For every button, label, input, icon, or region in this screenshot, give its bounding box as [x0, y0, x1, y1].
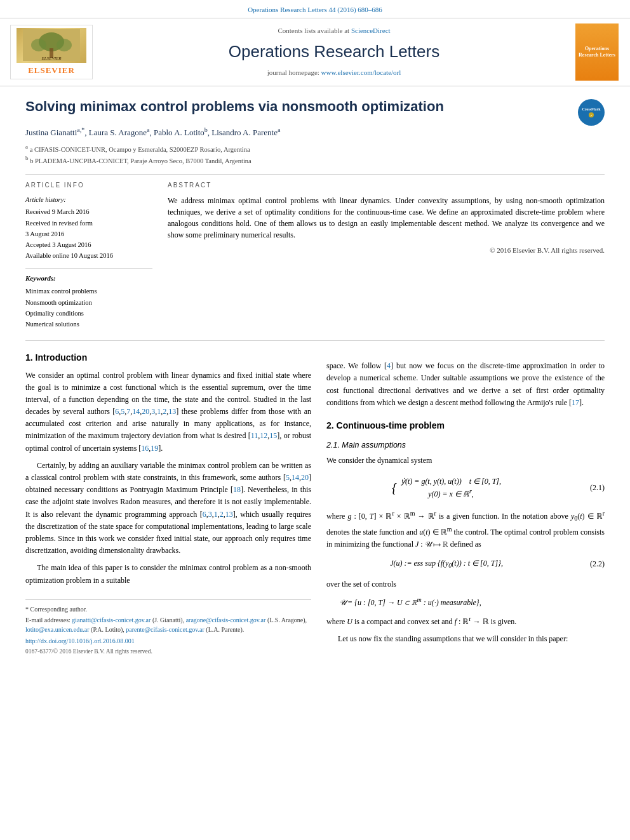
section-1-body: We consider an optimal control problem w… — [25, 370, 311, 587]
body-right-col: space. We follow [4] but now we focus on… — [326, 341, 605, 656]
svg-text:CrossMark: CrossMark — [582, 107, 601, 111]
journal-citation: Operations Research Letters 44 (2016) 68… — [0, 0, 630, 18]
elsevier-logo-image: ELSEVIER — [17, 28, 86, 63]
article-info-heading: ARTICLE INFO — [25, 181, 152, 190]
rights-line: 0167-6377/© 2016 Elsevier B.V. All right… — [25, 648, 311, 657]
received-date: Received 9 March 2016 — [25, 207, 152, 217]
keyword-1: Minimax control problems — [25, 286, 152, 296]
sciencedirect-link[interactable]: ScienceDirect — [351, 27, 391, 34]
section-1-para2: Certainly, by adding an auxiliary variab… — [25, 460, 311, 557]
section-2-body: We consider the dynamical system — [326, 455, 605, 467]
section-1-para3: The main idea of this paper is to consid… — [25, 562, 311, 586]
header-center: Contents lists available at ScienceDirec… — [100, 26, 568, 78]
svg-text:ELSEVIER: ELSEVIER — [41, 56, 62, 61]
doi-link[interactable]: http://dx.doi.org/10.1016/j.orl.2016.08.… — [25, 637, 311, 646]
abstract-text: We address minimax optimal control probl… — [168, 195, 605, 241]
journal-title-header: Operations Research Letters — [100, 40, 568, 64]
authors-line: Justina Gianattia,*, Laura S. Aragonea, … — [25, 126, 605, 139]
equation-2-2: J(u) := ess sup {f(y0(t)) : t ∈ [0, T]},… — [326, 558, 605, 571]
section-2-title: 2. Continuous-time problem — [326, 419, 605, 432]
section-2-para3: where U is a compact and convex set and … — [326, 614, 605, 645]
sciencedirect-line: Contents lists available at ScienceDirec… — [100, 26, 568, 36]
affil-b: b b PLADEMA-UNCPBA-CONICET, Paraje Arroy… — [25, 154, 605, 166]
citation-text: Operations Research Letters 44 (2016) 68… — [248, 6, 382, 13]
crossmark-badge[interactable]: CrossMark ✓ — [578, 99, 605, 126]
section-1-right-body: space. We follow [4] but now we focus on… — [326, 360, 605, 409]
keyword-2: Nonsmooth optimization — [25, 298, 152, 307]
email-1-link[interactable]: gianatti@cifasis-conicet.gov.ar — [72, 617, 151, 623]
info-abstract-section: ARTICLE INFO Article history: Received 9… — [25, 181, 605, 331]
affil-a: a a CIFASIS-CONICET-UNR, Ocampo y Esmera… — [25, 143, 605, 154]
journal-homepage-line: journal homepage: www.elsevier.com/locat… — [100, 68, 568, 78]
equation-U: 𝒰 = {u : [0, T] → U ⊂ ℝm : u(·) measurab… — [339, 596, 605, 608]
section-2-para2: where g : [0, T] × ℝr × ℝm → ℝr is a giv… — [326, 509, 605, 550]
footnote-section: * Corresponding author. E-mail addresses… — [25, 599, 311, 657]
elsevier-logo: ELSEVIER ELSEVIER — [10, 25, 93, 80]
history-label: Article history: — [25, 195, 152, 204]
accepted-date: Accepted 3 August 2016 — [25, 240, 152, 250]
svg-point-4 — [57, 39, 72, 51]
body-content: 1. Introduction We consider an optimal c… — [0, 341, 630, 669]
eq-2-2-number: (2.2) — [566, 559, 605, 570]
article-title: Solving minimax control problems via non… — [25, 97, 444, 117]
journal-homepage-link[interactable]: www.elsevier.com/locate/orl — [321, 69, 401, 76]
subsection-21-title: 2.1. Main assumptions — [326, 439, 605, 451]
cover-title-text: Operations Research Letters — [578, 46, 616, 58]
equation-2-1: { ẏ(t) = g(t, y(t), u(t)) t ∈ [0, T], y(… — [326, 475, 605, 502]
keyword-3: Optimality conditions — [25, 309, 152, 318]
section-1-right-para1: space. We follow [4] but now we focus on… — [326, 360, 605, 409]
email-3-link[interactable]: lotito@exa.unicen.edu.ar — [25, 626, 90, 633]
affiliations: a a CIFASIS-CONICET-UNR, Ocampo y Esmera… — [25, 143, 605, 166]
section-2-para1: We consider the dynamical system — [326, 455, 605, 467]
corresponding-author-note: * Corresponding author. — [25, 605, 311, 615]
abstract-panel: ABSTRACT We address minimax optimal cont… — [168, 181, 605, 331]
body-left-col: 1. Introduction We consider an optimal c… — [25, 341, 311, 656]
main-content: Solving minimax control problems via non… — [0, 86, 630, 340]
elsevier-brand-text: ELSEVIER — [28, 65, 75, 77]
email-2-link[interactable]: aragone@cifasis-conicet.gov.ar — [186, 617, 266, 623]
section-2-controls: over the set of controls — [326, 578, 605, 590]
journal-cover: Operations Research Letters — [575, 23, 620, 81]
journal-header: ELSEVIER ELSEVIER Contents lists availab… — [0, 18, 630, 86]
svg-text:✓: ✓ — [590, 114, 593, 117]
article-info-panel: ARTICLE INFO Article history: Received 9… — [25, 181, 152, 331]
received-revised-date: 3 August 2016 — [25, 229, 152, 239]
available-date: Available online 10 August 2016 — [25, 251, 152, 260]
section-1-title: 1. Introduction — [25, 351, 311, 364]
keywords-label: Keywords: — [25, 274, 152, 284]
section-1-para1: We consider an optimal control problem w… — [25, 370, 311, 455]
svg-point-3 — [31, 39, 46, 51]
abstract-heading: ABSTRACT — [168, 181, 605, 190]
two-col-body: 1. Introduction We consider an optimal c… — [25, 341, 605, 656]
eq-2-1-number: (2.1) — [566, 483, 605, 493]
divider-1 — [25, 174, 605, 175]
email-addresses: E-mail addresses: gianatti@cifasis-conic… — [25, 616, 311, 634]
received-revised-label: Received in revised form — [25, 218, 152, 228]
email-4-link[interactable]: parente@cifasis-conicet.gov.ar — [126, 626, 204, 633]
keywords-section: Keywords: Minimax control problems Nonsm… — [25, 268, 152, 329]
keyword-4: Numerical solutions — [25, 319, 152, 329]
copyright-notice: © 2016 Elsevier B.V. All rights reserved… — [168, 246, 605, 256]
